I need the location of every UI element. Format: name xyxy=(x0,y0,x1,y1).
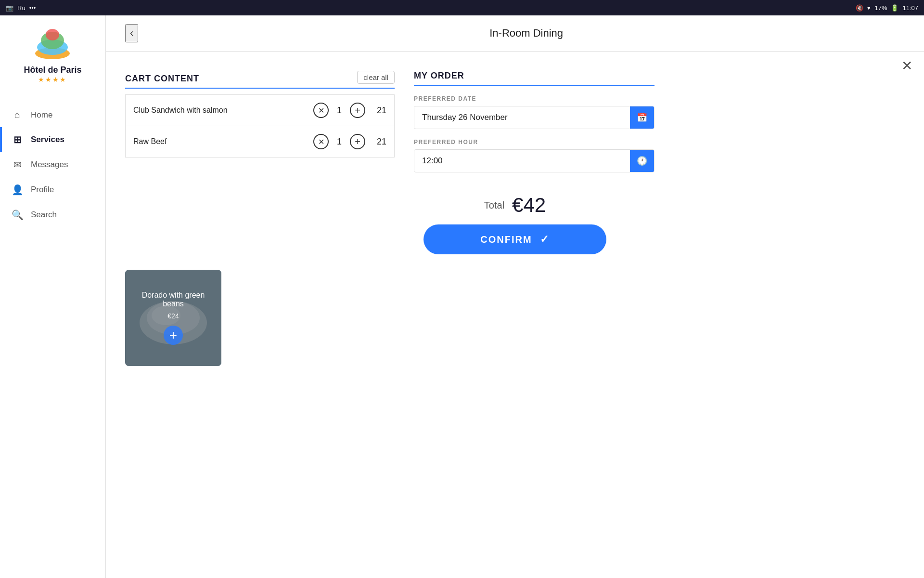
calendar-button[interactable]: 📅 xyxy=(630,106,654,129)
product-add-button[interactable]: + xyxy=(164,326,183,345)
sidebar: Hôtel de Paris ★★★★ ⌂ Home ⊞ Services ✉ … xyxy=(0,15,106,578)
menu-dots: ••• xyxy=(29,4,36,12)
order-section-title: MY ORDER xyxy=(414,71,654,86)
clear-all-button[interactable]: clear all xyxy=(357,71,395,84)
item-price: 21 xyxy=(371,137,386,147)
hotel-name: Hôtel de Paris xyxy=(24,65,81,76)
calendar-icon: 📅 xyxy=(637,112,647,123)
app-container: Hôtel de Paris ★★★★ ⌂ Home ⊞ Services ✉ … xyxy=(0,15,924,578)
cart-section: CART CONTENT clear all Club Sandwich wit… xyxy=(125,71,395,182)
total-label: Total xyxy=(484,200,504,211)
total-confirm-area: Total €42 CONFIRM ✓ xyxy=(125,182,905,254)
search-icon: 🔍 xyxy=(12,209,23,221)
order-layout: CART CONTENT clear all Club Sandwich wit… xyxy=(125,71,905,182)
preferred-hour-input-row: 🕐 xyxy=(414,149,654,172)
svg-point-3 xyxy=(46,29,59,40)
mute-icon: 🔇 xyxy=(856,4,863,12)
product-card-section: Dorado with green beans €24 + xyxy=(125,270,905,366)
logo-container: Hôtel de Paris ★★★★ xyxy=(24,27,81,83)
back-button[interactable]: ‹ xyxy=(125,24,138,42)
item-price: 21 xyxy=(371,105,386,116)
preferred-hour-input[interactable] xyxy=(414,150,630,171)
page-header: ‹ In-Room Dining xyxy=(106,15,924,52)
item-quantity: 1 xyxy=(334,105,344,116)
sidebar-item-search[interactable]: 🔍 Search xyxy=(0,202,105,227)
my-order-section: MY ORDER PREFERRED DATE 📅 PREFERRED HOUR xyxy=(414,71,654,182)
cart-header: CART CONTENT clear all xyxy=(125,71,395,89)
preferred-date-label: PREFERRED DATE xyxy=(414,95,654,102)
sidebar-item-services[interactable]: ⊞ Services xyxy=(0,127,105,152)
total-row: Total €42 xyxy=(484,194,546,217)
sidebar-item-label: Home xyxy=(31,110,52,120)
sidebar-item-label: Services xyxy=(31,135,64,144)
checkmark-icon: ✓ xyxy=(540,233,550,246)
remove-item-button[interactable]: ✕ xyxy=(313,134,329,149)
sidebar-item-label: Messages xyxy=(31,160,68,170)
main-content: ‹ In-Room Dining ✕ CART CONTENT clear al… xyxy=(106,15,924,578)
remove-item-button[interactable]: ✕ xyxy=(313,103,329,118)
hotel-logo xyxy=(33,27,72,61)
total-amount: €42 xyxy=(512,194,546,217)
status-bar-left: 📷 Ru ••• xyxy=(6,4,36,12)
page-title: In-Room Dining xyxy=(148,27,905,39)
sidebar-item-home[interactable]: ⌂ Home xyxy=(0,103,105,127)
add-item-button[interactable]: + xyxy=(350,134,365,149)
content-area: ✕ CART CONTENT clear all Club Sandwich w… xyxy=(106,52,924,578)
status-bar: 📷 Ru ••• 🔇 ▾ 17% 🔋 11:07 xyxy=(0,0,924,15)
cart-title: CART CONTENT xyxy=(125,74,199,84)
sidebar-item-profile[interactable]: 👤 Profile xyxy=(0,177,105,202)
app-name: Ru xyxy=(17,4,26,12)
messages-icon: ✉ xyxy=(12,159,23,171)
preferred-date-field: PREFERRED DATE 📅 xyxy=(414,95,654,129)
clock-button[interactable]: 🕐 xyxy=(630,150,654,172)
product-price: €24 xyxy=(167,312,179,320)
product-card[interactable]: Dorado with green beans €24 + xyxy=(125,270,221,366)
preferred-date-input[interactable] xyxy=(414,107,630,128)
clock-icon: 🕐 xyxy=(637,156,647,166)
sidebar-item-messages[interactable]: ✉ Messages xyxy=(0,152,105,177)
hotel-stars: ★★★★ xyxy=(38,76,67,83)
cart-items-list: Club Sandwich with salmon ✕ 1 + 21 Raw B… xyxy=(125,94,395,158)
confirm-button[interactable]: CONFIRM ✓ xyxy=(424,224,606,254)
preferred-date-input-row: 📅 xyxy=(414,106,654,129)
item-quantity: 1 xyxy=(334,137,344,147)
services-icon: ⊞ xyxy=(12,134,23,145)
item-name: Raw Beef xyxy=(133,137,308,146)
close-button[interactable]: ✕ xyxy=(901,59,912,73)
product-card-overlay: Dorado with green beans €24 + xyxy=(125,270,221,366)
item-name: Club Sandwich with salmon xyxy=(133,106,308,115)
battery-level: 17% xyxy=(874,4,887,12)
cart-item: Raw Beef ✕ 1 + 21 xyxy=(126,126,394,157)
preferred-hour-field: PREFERRED HOUR 🕐 xyxy=(414,139,654,172)
sidebar-item-label: Profile xyxy=(31,185,54,195)
battery-icon: 🔋 xyxy=(891,4,898,12)
preferred-hour-label: PREFERRED HOUR xyxy=(414,139,654,145)
time-display: 11:07 xyxy=(902,4,918,12)
app-icon: 📷 xyxy=(6,4,13,12)
status-bar-right: 🔇 ▾ 17% 🔋 11:07 xyxy=(856,4,918,12)
confirm-label: CONFIRM xyxy=(480,234,532,245)
nav-menu: ⌂ Home ⊞ Services ✉ Messages 👤 Profile 🔍… xyxy=(0,103,105,227)
wifi-icon: ▾ xyxy=(867,4,871,12)
home-icon: ⌂ xyxy=(12,109,23,120)
add-item-button[interactable]: + xyxy=(350,103,365,118)
sidebar-item-label: Search xyxy=(31,210,57,220)
profile-icon: 👤 xyxy=(12,184,23,196)
product-name: Dorado with green beans xyxy=(133,291,214,308)
cart-item: Club Sandwich with salmon ✕ 1 + 21 xyxy=(126,95,394,126)
